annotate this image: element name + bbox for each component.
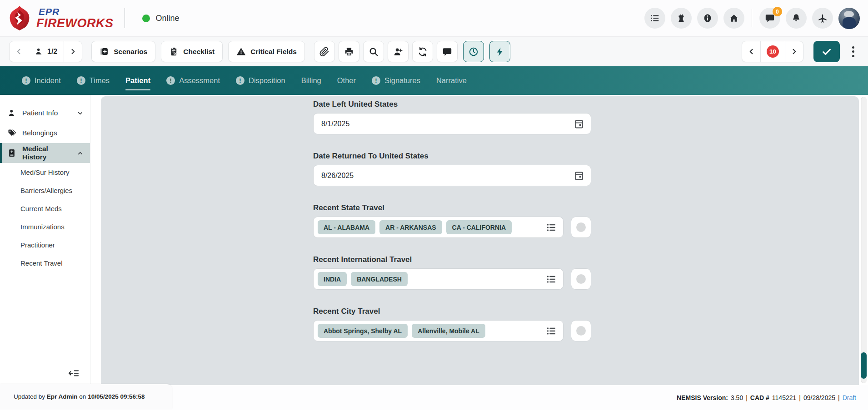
prev-patient-button[interactable] [10,41,28,62]
state-chip[interactable]: CA - CALIFORNIA [446,220,512,234]
record-date: 09/28/2025 [803,394,835,401]
list-picker-icon[interactable] [546,222,557,233]
tab-label: Times [90,76,110,85]
calendar-icon[interactable] [574,119,584,129]
country-chip[interactable]: BANGLADESH [351,272,408,286]
city-chip[interactable]: Allenville, Mobile AL [412,324,485,338]
tab-narrative[interactable]: Narrative [436,74,467,88]
times-quick-button[interactable] [463,41,484,62]
search-button[interactable] [363,41,384,62]
sidebar-item-medical-history[interactable]: Medical History [0,143,90,163]
alert-count-cell[interactable]: 10 [760,41,785,62]
transport-button[interactable] [812,8,833,29]
user-avatar[interactable] [838,8,860,29]
prev-alert-button[interactable] [742,41,760,62]
info-icon [703,13,713,23]
clock-icon [469,47,479,57]
sidebar-collapse-button[interactable] [68,369,80,379]
next-patient-button[interactable] [64,41,82,62]
chevron-left-icon [15,47,23,56]
city-chip[interactable]: Abbot Springs, Shelby AL [318,324,408,338]
scenarios-icon [100,47,109,56]
logo-line2: FIREWORKS [36,17,114,30]
sidebar-item-label: Patient Info [22,109,58,117]
tab-incident[interactable]: ! Incident [22,74,61,88]
chat-button[interactable]: 0 [759,8,780,29]
city-travel-none-toggle[interactable] [571,320,591,341]
sync-button[interactable] [412,41,433,62]
updated-user: Epr Admin [47,393,78,400]
checklist-button[interactable]: Checklist [161,41,223,62]
home-icon [729,13,739,23]
scenarios-button[interactable]: Scenarios [91,41,155,62]
date-left-us-input[interactable]: 8/1/2025 [313,113,591,134]
vertical-scrollbar-thumb[interactable] [861,352,867,379]
tab-disposition[interactable]: ! Disposition [236,74,285,88]
sidebar-subitem-immunizations[interactable]: Immunizations [0,217,90,236]
scenarios-label: Scenarios [114,48,147,56]
state-travel-none-toggle[interactable] [571,217,591,238]
record-meta: NEMSIS Version: 3.50 | CAD # 1145221 | 0… [677,394,856,401]
cad-label: CAD # [750,394,769,401]
menu-list-icon [650,13,660,23]
print-button[interactable] [339,41,359,62]
sidebar-subitem-barriers-allergies[interactable]: Barriers/Allergies [0,181,90,199]
sidebar-subitem-med-sur-history[interactable]: Med/Sur History [0,163,90,181]
critical-fields-button[interactable]: Critical Fields [228,41,305,62]
more-options-button[interactable] [846,41,860,62]
warning-badge: ! [77,76,85,85]
chevron-left-icon [747,47,756,56]
sidebar-subitem-current-meds[interactable]: Current Meds [0,199,90,217]
comments-button[interactable] [437,41,458,62]
list-picker-icon[interactable] [546,326,557,336]
scrollbar-area [859,95,868,385]
menu-list-button[interactable] [644,8,665,29]
patient-pager-indicator[interactable]: 1/2 [28,41,64,62]
rook-button[interactable] [671,8,692,29]
form-panel: Date Left United States 8/1/2025 [101,96,859,385]
tab-label: Assessment [179,76,220,85]
sidebar-subitem-practitioner[interactable]: Practitioner [0,236,90,254]
tab-other[interactable]: Other [337,74,356,88]
recent-state-travel-input[interactable]: AL - ALABAMA AR - ARKANSAS CA - CALIFORN… [313,217,564,238]
next-alert-button[interactable] [785,41,803,62]
attachments-button[interactable] [314,41,335,62]
home-button[interactable] [723,8,744,29]
tab-patient[interactable]: Patient [125,74,150,88]
toolbar-right: 10 [742,41,860,62]
chevron-down-icon [77,110,84,117]
alert-pager: 10 [742,41,803,62]
date-returned-us-input[interactable]: 8/26/2025 [313,165,591,186]
date-returned-us-value: 8/26/2025 [321,172,354,180]
field-label: Recent International Travel [313,255,591,264]
state-chip[interactable]: AR - ARKANSAS [379,220,442,234]
tab-assessment[interactable]: ! Assessment [166,74,220,88]
tab-label: Incident [35,76,61,85]
quick-actions-button[interactable] [489,41,510,62]
tab-billing[interactable]: Billing [301,74,321,88]
save-confirm-button[interactable] [813,41,840,62]
online-status-dot [142,15,150,22]
sidebar-item-belongings[interactable]: Belongings [0,123,90,143]
sidebar-subitem-recent-travel[interactable]: Recent Travel [0,254,90,272]
recent-international-travel-input[interactable]: INDIA BANGLADESH [313,268,564,290]
notifications-button[interactable] [786,8,807,29]
calendar-icon[interactable] [574,170,584,181]
status-footer: Updated by Epr Admin on 10/05/2025 09:56… [0,385,868,410]
tab-signatures[interactable]: ! Signatures [372,74,420,88]
toggle-circle [576,326,586,336]
draft-status-link[interactable]: Draft [843,394,856,401]
state-chip[interactable]: AL - ALABAMA [318,220,375,234]
sidebar-item-patient-info[interactable]: Patient Info [0,103,90,123]
lightning-bolt-icon [495,47,505,57]
country-chip[interactable]: INDIA [318,272,347,286]
international-travel-none-toggle[interactable] [571,268,591,290]
info-button[interactable] [697,8,718,29]
vertical-scrollbar-track[interactable] [861,97,867,383]
fireworks-flame-icon [7,5,32,31]
search-icon [369,47,379,57]
list-picker-icon[interactable] [546,274,557,285]
tab-times[interactable]: ! Times [77,74,110,88]
add-person-button[interactable] [388,41,409,62]
recent-city-travel-input[interactable]: Abbot Springs, Shelby AL Allenville, Mob… [313,320,564,341]
